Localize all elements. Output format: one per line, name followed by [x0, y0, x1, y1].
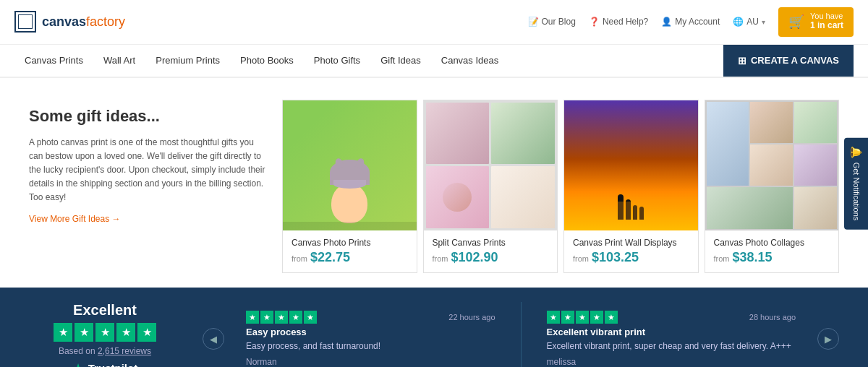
trust-main: Excellent ★ ★ ★ ★ ★ Based on 2,615 revie…	[29, 302, 181, 367]
review-divider	[521, 302, 522, 367]
blog-icon: 📝	[528, 17, 539, 27]
chevron-left-icon: ◀	[210, 334, 217, 345]
trustpilot-brand: ★ Trustpilot	[29, 360, 181, 367]
review-author-2: melissa	[547, 357, 796, 367]
header: canvasfactory 📝 Our Blog ❓ Need Help? 👤 …	[0, 0, 868, 45]
product-name-4: Canvas Photo Collages	[714, 238, 830, 248]
trust-stars: ★ ★ ★ ★ ★	[54, 323, 156, 342]
chevron-down-icon: ▾	[762, 18, 765, 26]
review-text-2: Excellent vibrant print, super cheap and…	[547, 340, 796, 353]
product-image-1	[283, 100, 417, 230]
nav-canvas-prints[interactable]: Canvas Prints	[14, 45, 93, 76]
globe-icon: 🌐	[733, 17, 744, 27]
get-notifications-panel[interactable]: 🔔 Get Notifications	[844, 138, 868, 230]
review-time-1: 22 hours ago	[448, 313, 495, 321]
gift-description: A photo canvas print is one of the most …	[29, 136, 268, 205]
review-text-1: Easy process, and fast turnaround!	[246, 340, 495, 353]
product-info-3: Canvas Print Wall Displays from $103.25	[564, 230, 698, 272]
cart-button[interactable]: 🛒 You have 1 in cart	[778, 7, 854, 37]
product-price-4: $38.15	[733, 250, 773, 265]
product-price-1: $22.75	[310, 250, 350, 265]
left-panel: Some gift ideas... A photo canvas print …	[29, 100, 268, 224]
nav-photo-gifts[interactable]: Photo Gifts	[304, 45, 370, 76]
nav-photo-books[interactable]: Photo Books	[230, 45, 304, 76]
navbar: Canvas Prints Wall Art Premium Prints Ph…	[0, 45, 868, 78]
prev-review-button[interactable]: ◀	[203, 328, 224, 350]
trust-excellent: Excellent	[29, 302, 181, 319]
review-stars-2: ★ ★ ★ ★ ★	[547, 311, 618, 324]
product-name-1: Canvas Photo Prints	[292, 238, 408, 248]
help-link[interactable]: ❓ Need Help?	[589, 17, 648, 27]
product-price-2: $102.90	[451, 250, 498, 265]
review-stars-1: ★ ★ ★ ★ ★	[246, 311, 317, 324]
logo-icon	[14, 11, 36, 33]
product-name-2: Split Canvas Prints	[433, 238, 549, 248]
review-author-1: Norman	[246, 357, 495, 367]
review-title-1: Easy process	[246, 327, 495, 337]
product-info-2: Split Canvas Prints from $102.90	[424, 230, 558, 272]
chevron-right-icon: ▶	[825, 334, 832, 345]
nav-gift-ideas[interactable]: Gift Ideas	[370, 45, 431, 76]
product-image-2	[424, 100, 558, 230]
logo[interactable]: canvasfactory	[14, 11, 125, 33]
trustpilot-star-icon: ★	[72, 360, 84, 367]
product-info-1: Canvas Photo Prints from $22.75	[283, 230, 417, 272]
products-grid: Canvas Photo Prints from $22.75	[282, 100, 839, 273]
review-time-2: 28 hours ago	[749, 313, 796, 321]
product-card-3[interactable]: Canvas Print Wall Displays from $103.25	[563, 100, 699, 273]
product-name-3: Canvas Print Wall Displays	[573, 238, 689, 248]
product-price-3: $103.25	[592, 250, 639, 265]
product-image-4	[705, 100, 839, 230]
notification-icon: 🔔	[851, 146, 862, 158]
review-card-2: ★ ★ ★ ★ ★ 28 hours ago Excellent vibrant…	[547, 311, 796, 367]
region-link[interactable]: 🌐 AU ▾	[733, 17, 765, 27]
account-icon: 👤	[661, 17, 672, 27]
main-content: Some gift ideas... A photo canvas print …	[0, 78, 868, 288]
nav-wall-art[interactable]: Wall Art	[93, 45, 145, 76]
product-card-2[interactable]: Split Canvas Prints from $102.90	[423, 100, 558, 273]
review-title-2: Excellent vibrant print	[547, 327, 796, 337]
product-info-4: Canvas Photo Collages from $38.15	[705, 230, 839, 272]
trust-review-count: Based on 2,615 reviews	[29, 346, 181, 356]
nav-premium-prints[interactable]: Premium Prints	[145, 45, 230, 76]
blog-link[interactable]: 📝 Our Blog	[528, 17, 576, 27]
account-link[interactable]: 👤 My Account	[661, 17, 720, 27]
create-canvas-button[interactable]: ⊞ CREATE A CANVAS	[723, 45, 854, 77]
header-nav: 📝 Our Blog ❓ Need Help? 👤 My Account 🌐 A…	[528, 7, 854, 37]
logo-text: canvasfactory	[42, 14, 125, 30]
trustpilot-section: Excellent ★ ★ ★ ★ ★ Based on 2,615 revie…	[0, 288, 868, 367]
product-image-3	[564, 100, 698, 230]
cart-icon: 🛒	[788, 14, 804, 30]
help-icon: ❓	[589, 17, 600, 27]
next-review-button[interactable]: ▶	[817, 328, 839, 350]
create-canvas-icon: ⊞	[738, 55, 746, 66]
view-more-link[interactable]: View More Gift Ideas →	[29, 214, 121, 224]
nav-canvas-ideas[interactable]: Canvas Ideas	[431, 45, 509, 76]
review-card-1: ★ ★ ★ ★ ★ 22 hours ago Easy process Easy…	[246, 311, 495, 367]
product-card-1[interactable]: Canvas Photo Prints from $22.75	[282, 100, 417, 273]
page-title: Some gift ideas...	[29, 107, 268, 126]
product-card-4[interactable]: Canvas Photo Collages from $38.15	[705, 100, 840, 273]
